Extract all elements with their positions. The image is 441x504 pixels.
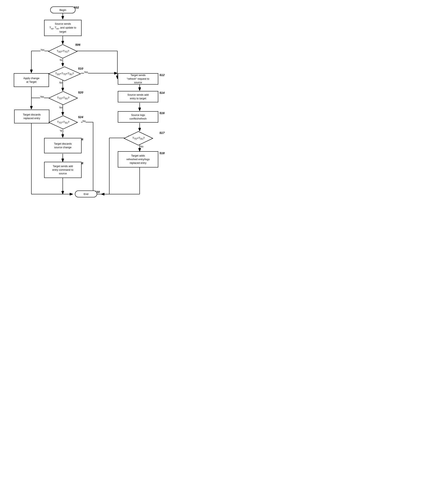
diamond-510: TSO<TTO<TSU?: [48, 66, 81, 81]
label-yes-510: Yes: [84, 71, 88, 74]
node-518-label: Target addsrefreshed entry/logsreplaced …: [126, 154, 150, 165]
label-yes-520: Yes: [40, 95, 44, 98]
diamond-520-label: TTO=TSU?: [57, 96, 69, 100]
diamond-517-label: TTO<TSU?: [132, 137, 145, 140]
diamond-506-label: TSO=TTO?: [57, 49, 69, 53]
diamond-524: TTO>TSU?: [48, 115, 78, 129]
diamond-506: TSO=TTO?: [48, 44, 78, 59]
label-no-524: No: [83, 120, 86, 122]
diamond-510-label: TSO<TTO<TSU?: [55, 72, 74, 76]
node-508-label: Apply changeat Target: [23, 76, 39, 84]
step-516: 516: [159, 111, 165, 115]
step-514: 514: [159, 91, 165, 94]
node-522: Target discardsreplaced entry: [14, 110, 49, 123]
step-520: 520: [78, 91, 83, 94]
diamond-517: TTO<TSU?: [124, 131, 153, 146]
arrows-layer: [0, 0, 182, 208]
node-528-label: Target sends addentry command tosource: [52, 164, 73, 176]
label-yes-524: Yes: [60, 129, 64, 132]
node-512: Target sends"refresh" request tosource: [118, 73, 158, 85]
diamond-524-label: TTO>TSU?: [57, 121, 69, 124]
diagram-container: Yes No Yes No Yes No Yes No Yes No 502 B…: [0, 0, 182, 208]
node-528: Target sends addentry command tosource: [44, 162, 81, 178]
begin-node: Begin: [50, 6, 76, 13]
node-514: Source sends addentry to target: [118, 91, 158, 102]
node-504: Source sendsTso, Tsu, and update totarge…: [44, 20, 81, 36]
diamond-520: TTO=TSU?: [48, 91, 78, 105]
end-node: End: [75, 191, 97, 197]
node-504-label: Source sendsTso, Tsu, and update totarge…: [49, 22, 76, 33]
node-516-label: Source logsconflict/refresh: [129, 113, 147, 121]
node-512-label: Target sends"refresh" request tosource: [127, 73, 149, 85]
node-518: Target addsrefreshed entry/logsreplaced …: [118, 151, 158, 168]
step-518: 518: [159, 151, 165, 155]
node-508: Apply changeat Target: [14, 73, 49, 87]
begin-label: Begin: [60, 9, 66, 12]
node-526-label: Target discardssource change: [54, 142, 72, 149]
step-517: 517: [159, 131, 165, 135]
node-516: Source logsconflict/refresh: [118, 111, 158, 122]
label-no-506: No: [60, 59, 63, 61]
label-yes-506: Yes: [40, 48, 45, 51]
step-512: 512: [159, 73, 165, 77]
step-524: 524: [78, 115, 83, 119]
node-514-label: Source sends addentry to target: [127, 93, 149, 100]
label-no-510: No: [59, 81, 62, 84]
label-no-520: No: [59, 106, 62, 109]
label-no-517: No: [140, 145, 143, 148]
node-526: Target discardssource change: [44, 138, 81, 153]
end-label: End: [84, 193, 88, 196]
node-522-label: Target discardsreplaced entry: [23, 113, 41, 120]
